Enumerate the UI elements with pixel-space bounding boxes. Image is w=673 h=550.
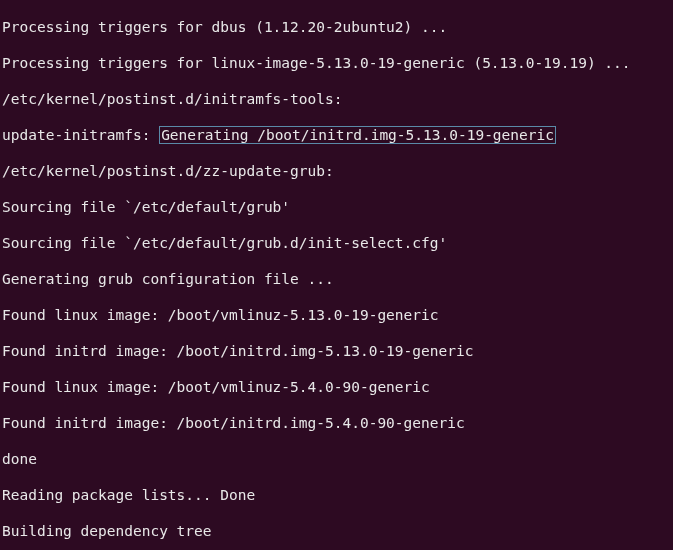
terminal-output[interactable]: Processing triggers for dbus (1.12.20-2u… [0, 0, 673, 550]
output-line: /etc/kernel/postinst.d/zz-update-grub: [2, 162, 671, 180]
output-line: /etc/kernel/postinst.d/initramfs-tools: [2, 90, 671, 108]
output-line: Processing triggers for linux-image-5.13… [2, 54, 671, 72]
output-line: Reading package lists... Done [2, 486, 671, 504]
output-line: Found linux image: /boot/vmlinuz-5.13.0-… [2, 306, 671, 324]
highlighted-text: Generating /boot/initrd.img-5.13.0-19-ge… [159, 126, 556, 144]
output-line: Found initrd image: /boot/initrd.img-5.1… [2, 342, 671, 360]
output-line: Processing triggers for dbus (1.12.20-2u… [2, 18, 671, 36]
output-line: Building dependency tree [2, 522, 671, 540]
output-line: Generating grub configuration file ... [2, 270, 671, 288]
output-line: Found linux image: /boot/vmlinuz-5.4.0-9… [2, 378, 671, 396]
output-line: Sourcing file `/etc/default/grub' [2, 198, 671, 216]
output-line: Sourcing file `/etc/default/grub.d/init-… [2, 234, 671, 252]
output-line: done [2, 450, 671, 468]
output-line: Found initrd image: /boot/initrd.img-5.4… [2, 414, 671, 432]
output-line: update-initramfs: Generating /boot/initr… [2, 126, 671, 144]
output-text: update-initramfs: [2, 127, 159, 143]
